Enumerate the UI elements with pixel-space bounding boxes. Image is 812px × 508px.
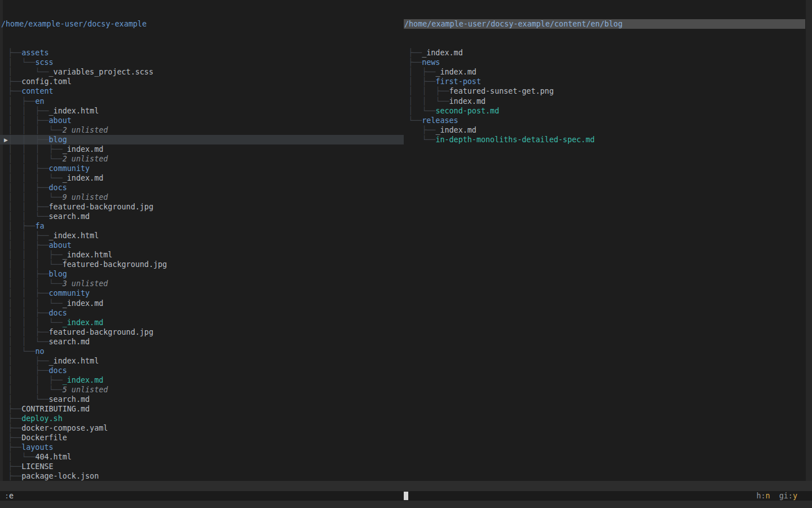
tree-row-file[interactable]: ├──LICENSE: [0, 462, 404, 471]
right-panel-rows: ├──_index.md├──news│ ├──_index.md│ ├──fi…: [404, 48, 812, 144]
tree-row-file[interactable]: ├──deploy.sh: [0, 414, 404, 423]
tree-row-file[interactable]: │ │ ├──_index.md: [0, 375, 404, 385]
tree-row-file[interactable]: ├──package-lock.json: [0, 471, 404, 481]
tree-row-file[interactable]: │ │ └──search.md: [0, 212, 404, 221]
tree-row-dir[interactable]: │ │ ├──about: [0, 116, 404, 125]
left-panel-root-path[interactable]: /home/example-user/docsy-example: [0, 19, 404, 29]
tree-branch-lines: ├──: [8, 87, 21, 95]
tree-branch-lines: ├──: [8, 405, 21, 413]
tree-row-file[interactable]: │ │ │ └──2 unlisted: [0, 154, 404, 164]
tree-branch-lines: │ │ └──: [8, 338, 49, 346]
tree-row-file[interactable]: │ │ ├──featured-sunset-get.png: [404, 86, 812, 96]
text-cursor[interactable]: [404, 492, 408, 500]
tree-branch-lines: │ │ ├──: [8, 328, 49, 336]
entry-name: _index.md: [422, 49, 463, 57]
tree-row-dir[interactable]: │ │ ├──docs: [0, 183, 404, 192]
tree-row-file[interactable]: │ │ │ ├──_index.html: [0, 250, 404, 260]
flag-value: y: [793, 492, 797, 500]
tree-row-file[interactable]: │ │ │ ├──_index.md: [0, 144, 404, 154]
tree-branch-lines: │ └──: [8, 453, 35, 461]
tree-row-dir[interactable]: │ └──no: [0, 347, 404, 356]
tree-row-dir[interactable]: │ └──scss: [0, 58, 404, 67]
tree-row-file[interactable]: │ └──_variables_project.scss: [0, 67, 404, 77]
tree-branch-lines: │ ├──: [408, 68, 435, 76]
entry-name: LICENSE: [21, 462, 53, 471]
tree-row-dir[interactable]: ├──content: [0, 86, 404, 96]
tree-row-dir[interactable]: └──releases: [404, 116, 812, 125]
tree-branch-lines: ├──: [408, 126, 435, 134]
tree-row-file[interactable]: │ │ └──index.md: [404, 97, 812, 106]
tree-row-file[interactable]: │ │ └──search.md: [0, 337, 404, 347]
entry-name: docker-compose.yaml: [21, 424, 108, 432]
tree-row-dir[interactable]: │ ├──first-post: [404, 77, 812, 86]
entry-name: community: [49, 164, 90, 173]
tree-branch-lines: └──: [408, 135, 435, 144]
tree-row-dir[interactable]: │ ├──en: [0, 97, 404, 106]
tree-row-file[interactable]: ├──CONTRIBUTING.md: [0, 404, 404, 414]
tree-row-dir[interactable]: ├──news: [404, 58, 812, 67]
tree-row-dir[interactable]: ▶│ │ ├──blog: [0, 135, 404, 144]
right-panel-root-path[interactable]: /home/example-user/docsy-example/content…: [404, 19, 805, 29]
tree-row-file[interactable]: │ │ ├──featured-background.jpg: [0, 327, 404, 337]
tree-row-file[interactable]: │ └──second-post.md: [404, 106, 812, 116]
tree-row-dir[interactable]: │ ├──docs: [0, 366, 404, 375]
tree-branch-lines: │ │ │ ├──: [8, 251, 63, 259]
tree-branch-lines: │ │ ├──: [408, 87, 449, 95]
entry-name: layouts: [21, 443, 53, 452]
broot-terminal: /home/example-user/docsy-example ├──asse…: [0, 0, 812, 508]
entry-name: blog: [49, 135, 67, 144]
input-typed-value: e: [9, 492, 14, 500]
entry-name: in-depth-monoliths-detailed-spec.md: [435, 135, 594, 144]
tree-row-dir[interactable]: │ │ ├──about: [0, 240, 404, 250]
tree-row-file[interactable]: │ │ └──5 unlisted: [0, 385, 404, 395]
tree-row-file[interactable]: │ │ │ └──featured-background.jpg: [0, 260, 404, 269]
tree-branch-lines: ├──: [8, 472, 21, 480]
entry-name: 3 unlisted: [63, 279, 108, 288]
left-panel-title-text: /home/example-user/docsy-example: [1, 20, 147, 28]
tree-branch-lines: │ │ ├──: [8, 116, 49, 125]
tree-row-dir[interactable]: ├──assets: [0, 48, 404, 58]
tree-branch-lines: ├──: [8, 414, 21, 423]
entry-name: search.md: [49, 212, 90, 221]
tree-row-file[interactable]: │ └──search.md: [0, 395, 404, 404]
tree-row-dir[interactable]: │ │ ├──blog: [0, 269, 404, 279]
tree-row-file[interactable]: ├──docker-compose.yaml: [0, 423, 404, 433]
entry-name: content: [21, 87, 53, 95]
entry-name: first-post: [435, 77, 481, 86]
tree-row-file[interactable]: │ │ │ └──_index.md: [0, 318, 404, 327]
tree-row-file[interactable]: ├──_index.md: [404, 48, 812, 58]
tree-row-file[interactable]: │ └──404.html: [0, 452, 404, 462]
tree-row-file[interactable]: │ │ │ └──_index.md: [0, 173, 404, 183]
tree-row-file[interactable]: ├──config.toml: [0, 77, 404, 86]
entry-name: scss: [35, 58, 53, 67]
tree-branch-lines: │ │ └──: [8, 386, 63, 394]
entry-name: blog: [49, 270, 67, 278]
bottom-padding-strip: [0, 501, 812, 508]
entry-name: en: [35, 97, 44, 106]
tree-row-file[interactable]: │ │ │ └──3 unlisted: [0, 279, 404, 288]
tree-branch-lines: │ │ └──: [8, 212, 49, 221]
tree-row-file[interactable]: │ │ │ └──_index.md: [0, 299, 404, 308]
tree-row-file[interactable]: └──in-depth-monoliths-detailed-spec.md: [404, 135, 812, 144]
left-panel: /home/example-user/docsy-example ├──asse…: [0, 0, 404, 481]
tree-row-file[interactable]: │ │ │ └──2 unlisted: [0, 125, 404, 135]
tree-row-file[interactable]: │ │ ├──_index.html: [0, 106, 404, 116]
tree-row-file[interactable]: │ │ ├──featured-background.jpg: [0, 202, 404, 212]
tree-row-file[interactable]: │ ├──_index.html: [0, 356, 404, 366]
tree-row-file[interactable]: ├──Dockerfile: [0, 433, 404, 443]
tree-row-file[interactable]: │ │ │ └──9 unlisted: [0, 192, 404, 202]
tree-row-file[interactable]: ├──_index.md: [404, 125, 812, 135]
tree-row-dir[interactable]: │ ├──fa: [0, 221, 404, 231]
tree-branch-lines: ├──: [8, 49, 21, 57]
tree-row-dir[interactable]: ├──layouts: [0, 443, 404, 452]
entry-name: 404.html: [35, 453, 72, 461]
tree-row-file[interactable]: │ ├──_index.md: [404, 67, 812, 77]
entry-name: 2 unlisted: [63, 126, 108, 134]
tree-row-dir[interactable]: │ │ ├──community: [0, 164, 404, 173]
left-panel-input[interactable]: :e: [5, 491, 14, 501]
entry-name: _index.md: [63, 145, 104, 154]
tree-row-dir[interactable]: │ │ ├──docs: [0, 308, 404, 318]
tree-branch-lines: │ │ ├──: [8, 164, 49, 173]
tree-row-file[interactable]: │ │ ├──_index.html: [0, 231, 404, 240]
tree-row-dir[interactable]: │ │ ├──community: [0, 288, 404, 298]
